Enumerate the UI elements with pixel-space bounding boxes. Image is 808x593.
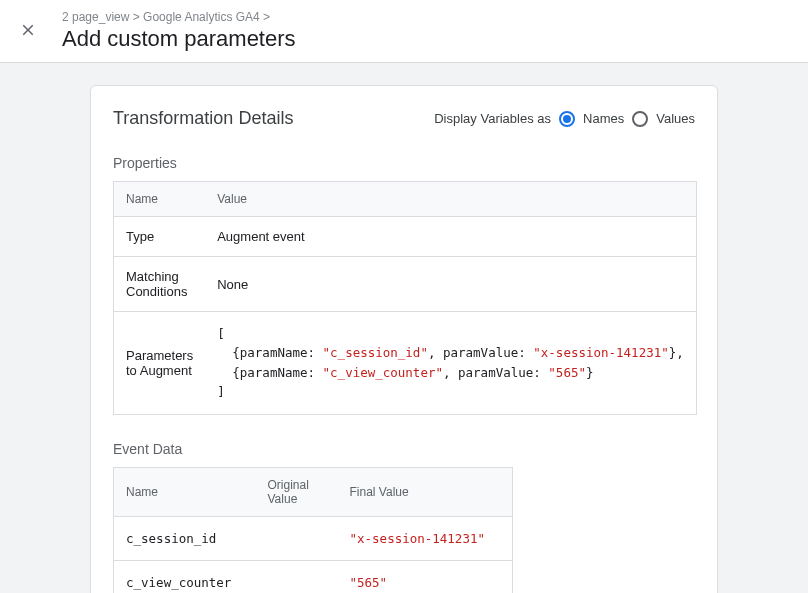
prop-params-label: Parameters to Augment [114,312,206,415]
radio-values-label: Values [656,111,695,126]
event-data-table: Name Original Value Final Value c_sessio… [113,467,513,594]
breadcrumb: 2 page_view > Google Analytics GA4 > [62,10,296,24]
card-title: Transformation Details [113,108,293,129]
display-variables-toggle: Display Variables as Names Values [434,111,695,127]
content-area: Transformation Details Display Variables… [0,63,808,593]
prop-matching-label: Matching Conditions [114,257,206,312]
prop-matching-value: None [205,257,696,312]
event-data-section: Event Data Name Original Value Final Val… [113,441,695,594]
event-original-value [256,516,338,560]
close-button[interactable] [12,14,44,46]
display-variables-label: Display Variables as [434,111,551,126]
event-original-value [256,560,338,593]
header-text: 2 page_view > Google Analytics GA4 > Add… [62,10,296,52]
event-final-value: "x-session-141231" [338,516,513,560]
col-original-value: Original Value [256,467,338,516]
page-title: Add custom parameters [62,26,296,52]
properties-table: Name Value Type Augment event Matching C… [113,181,697,415]
event-name: c_view_counter [114,560,256,593]
page-header: 2 page_view > Google Analytics GA4 > Add… [0,0,808,63]
params-code: [ {paramName: "c_session_id", paramValue… [217,324,684,402]
col-name: Name [114,467,256,516]
prop-type-value: Augment event [205,217,696,257]
properties-heading: Properties [113,155,695,171]
radio-values[interactable] [632,111,648,127]
table-row: Matching Conditions None [114,257,697,312]
table-row: Type Augment event [114,217,697,257]
col-value: Value [205,182,696,217]
prop-params-value: [ {paramName: "c_session_id", paramValue… [205,312,696,415]
prop-type-label: Type [114,217,206,257]
table-row: Parameters to Augment [ {paramName: "c_s… [114,312,697,415]
col-name: Name [114,182,206,217]
table-row: c_view_counter "565" [114,560,513,593]
event-name: c_session_id [114,516,256,560]
table-row: c_session_id "x-session-141231" [114,516,513,560]
event-final-value: "565" [338,560,513,593]
col-final-value: Final Value [338,467,513,516]
close-icon [19,21,37,39]
details-card: Transformation Details Display Variables… [90,85,718,593]
event-data-heading: Event Data [113,441,695,457]
card-header: Transformation Details Display Variables… [113,108,695,129]
radio-names[interactable] [559,111,575,127]
radio-names-label: Names [583,111,624,126]
